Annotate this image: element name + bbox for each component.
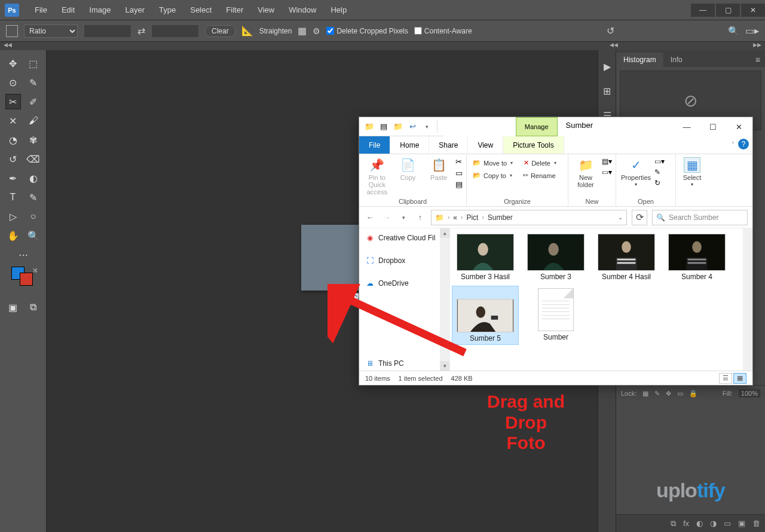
shape-tool[interactable]: ○ <box>26 209 41 224</box>
ps-maximize-button[interactable]: ▢ <box>716 4 740 17</box>
hand-tool[interactable]: ✋ <box>6 228 20 243</box>
help-icon[interactable]: ? <box>738 139 749 149</box>
nav-back-button[interactable]: ← <box>364 212 376 224</box>
paste-shortcut-icon[interactable]: ▤ <box>455 180 463 189</box>
lock-all-icon[interactable]: 🔒 <box>689 390 697 398</box>
rename-button[interactable]: ✏Rename <box>521 171 558 180</box>
ps-minimize-button[interactable]: — <box>691 4 715 17</box>
properties-icon[interactable]: ⊞ <box>603 85 611 97</box>
reset-crop-icon[interactable]: ↺ <box>607 25 614 36</box>
menu-view[interactable]: View <box>250 3 281 17</box>
open-dropdown-icon[interactable]: ▭▾ <box>654 157 665 166</box>
qat-properties-icon[interactable]: ▤ <box>378 121 389 132</box>
copy-button[interactable]: 📄Copy <box>394 156 423 181</box>
path-segment-sumber[interactable]: Sumber <box>488 213 513 222</box>
history-brush-tool[interactable]: ↺ <box>6 152 20 166</box>
easy-access-icon[interactable]: ▭▾ <box>602 168 612 176</box>
lock-position-icon[interactable]: ✥ <box>666 390 671 398</box>
clone-tool[interactable]: ✾ <box>26 133 41 147</box>
play-icon[interactable]: ▶ <box>604 61 611 72</box>
delete-cropped-checkbox[interactable]: Delete Cropped Pixels <box>326 27 408 35</box>
path-tool[interactable]: ✎ <box>26 190 41 204</box>
qat-undo-icon[interactable]: ↩ <box>407 121 418 132</box>
sidebar-item-dropbox[interactable]: ⛶Dropbox <box>359 253 449 268</box>
delete-button[interactable]: ✕Delete▾ <box>521 158 559 167</box>
toolbox-expand-icon[interactable]: ◀◀ <box>0 42 47 50</box>
lock-image-icon[interactable]: ✎ <box>654 390 660 398</box>
nav-up-button[interactable]: ↑ <box>414 212 426 224</box>
context-tab-picture-tools[interactable]: Picture Tools Manage <box>516 117 558 136</box>
right-strip-expand-icon[interactable]: ◀◀ <box>610 42 628 50</box>
screenmode-tool[interactable]: ⧉ <box>26 300 41 314</box>
eyedropper-tool[interactable]: ✐ <box>26 94 41 109</box>
color-swatches[interactable]: ⤭ <box>11 267 35 291</box>
sidebar-item-onedrive[interactable]: ☁OneDrive <box>359 276 449 291</box>
sidebar-scrollbar[interactable]: ▴ ▾ <box>440 228 449 371</box>
explorer-close-button[interactable]: ✕ <box>726 117 752 136</box>
ribbon-tab-view[interactable]: View <box>468 136 503 154</box>
ps-close-button[interactable]: ✕ <box>741 4 765 17</box>
view-thumbnails-button[interactable]: ▦ <box>733 373 746 384</box>
move-tool[interactable]: ✥ <box>6 56 20 71</box>
swap-colors-icon[interactable]: ⤭ <box>32 267 38 274</box>
straighten-icon[interactable]: 📐 <box>241 25 253 36</box>
mask-icon[interactable]: ◐ <box>696 519 703 528</box>
ribbon-tab-share[interactable]: Share <box>429 136 468 154</box>
frame-tool[interactable]: ✕ <box>6 114 20 128</box>
brush-tool[interactable]: 🖌 <box>26 114 41 128</box>
qat-newfolder-icon[interactable]: 📁 <box>393 121 403 132</box>
address-dropdown-icon[interactable]: ⌄ <box>618 214 623 221</box>
pin-to-quick-access-button[interactable]: 📌Pin to Quick access <box>363 156 391 195</box>
menu-help[interactable]: Help <box>323 3 354 17</box>
menu-edit[interactable]: Edit <box>54 3 82 17</box>
pen-tool[interactable]: ✒ <box>6 171 20 185</box>
adjustment-layer-icon[interactable]: ◑ <box>710 519 717 528</box>
view-details-button[interactable]: ☰ <box>719 373 732 384</box>
marquee-tool[interactable]: ⬚ <box>26 56 41 71</box>
copy-path-icon[interactable]: ▭ <box>455 169 463 178</box>
properties-button[interactable]: ✓Properties▾ <box>620 156 652 188</box>
navigation-pane[interactable]: ◉Creative Cloud Fil ⛶Dropbox ☁OneDrive 🖥… <box>359 228 450 371</box>
menu-window[interactable]: Window <box>281 3 323 17</box>
nav-forward-button[interactable]: → <box>381 212 393 224</box>
crop-settings-icon[interactable]: ⚙ <box>313 26 320 36</box>
lock-artboard-icon[interactable]: ▭ <box>677 390 683 398</box>
fx-icon[interactable]: fx <box>683 519 689 528</box>
link-layers-icon[interactable]: ⧉ <box>671 519 676 528</box>
clear-button[interactable]: Clear <box>205 25 235 37</box>
workspace-switcher-icon[interactable]: ▭▸ <box>745 25 759 36</box>
qat-customize-icon[interactable]: ▾ <box>421 121 432 132</box>
lasso-tool[interactable]: ⊙ <box>6 75 20 90</box>
fill-value[interactable]: 100% <box>739 389 760 398</box>
ribbon-tab-file[interactable]: File <box>359 136 390 154</box>
content-aware-checkbox[interactable]: Content-Aware <box>414 27 472 35</box>
menu-type[interactable]: Type <box>152 3 183 17</box>
right-panel-collapse-icon[interactable]: ▶▶ <box>753 42 765 50</box>
tab-info[interactable]: Info <box>663 53 690 67</box>
cut-icon[interactable]: ✂ <box>455 157 463 166</box>
ribbon-tab-picture-tools[interactable]: Picture Tools <box>503 136 564 154</box>
trash-icon[interactable]: 🗑 <box>752 519 760 528</box>
edit-icon[interactable]: ✎ <box>654 168 665 176</box>
nav-recent-dropdown[interactable]: ▾ <box>397 212 409 224</box>
copy-to-button[interactable]: 📂Copy to▾ <box>470 171 515 180</box>
file-item[interactable]: Sumber 3 <box>523 232 589 283</box>
straighten-label[interactable]: Straighten <box>259 27 292 35</box>
more-tools[interactable]: ⋯ <box>16 247 30 262</box>
ribbon-collapse-icon[interactable]: ˄ <box>732 141 735 148</box>
address-bar[interactable]: 📁 › « › Pict › Sumber ⌄ <box>431 210 627 225</box>
menu-image[interactable]: Image <box>82 3 118 17</box>
scroll-up-icon[interactable]: ▴ <box>440 228 449 238</box>
paste-button[interactable]: 📋Paste <box>424 156 453 181</box>
menu-file[interactable]: File <box>27 3 54 17</box>
menu-filter[interactable]: Filter <box>219 3 250 17</box>
crop-width-input[interactable] <box>84 25 131 38</box>
file-item-selected[interactable]: Sumber 5 <box>452 286 518 344</box>
file-explorer-window[interactable]: 📁 ▤ 📁 ↩ ▾ Picture Tools Manage Sumber — … <box>359 117 753 386</box>
explorer-minimize-button[interactable]: — <box>674 117 700 136</box>
swap-dimensions-icon[interactable]: ⇄ <box>137 25 145 36</box>
quickmask-tool[interactable]: ▣ <box>6 300 20 314</box>
refresh-button[interactable]: ⟳ <box>632 210 647 225</box>
direct-select-tool[interactable]: ▷ <box>6 209 20 224</box>
menu-select[interactable]: Select <box>183 3 219 17</box>
